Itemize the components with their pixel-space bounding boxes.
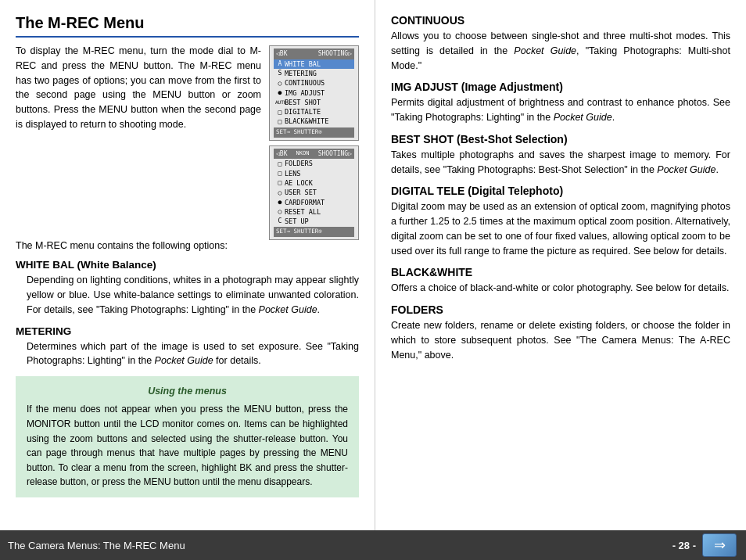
intro-text: To display the M-REC menu, turn the mode… (16, 44, 261, 232)
footer-page: - 28 - (672, 540, 696, 551)
best-shot-title-normal: (Best-Shot Selection) (457, 133, 568, 145)
best-shot-italic: Pocket Guide (657, 164, 716, 175)
section-black-white: BLACK&WHITE Offers a choice of black-and… (391, 266, 730, 296)
folders-title: FOLDERS (391, 303, 730, 316)
menu2-row-resetall: ○ RESET ALL (274, 207, 354, 217)
page-title: The M-REC Menu (16, 14, 359, 38)
metering-title-bold: METERING (16, 325, 71, 337)
menu1-footer: SET→ SHUTTER⊙ (274, 127, 354, 138)
section-folders: FOLDERS Create new folders, rename or de… (391, 303, 730, 362)
digital-tele-body: Digital zoom may be used as an extension… (391, 199, 730, 258)
menu1-icon-sq1: □ (275, 108, 285, 117)
menu2-icon-dot: ● (275, 198, 285, 207)
menu1-row-metering: S METERING (274, 69, 354, 78)
options-intro: The M-REC menu contains the following op… (16, 240, 359, 251)
white-bal-title-normal: (White Balance) (77, 259, 156, 271)
menu2-icon-sq1: □ (275, 160, 285, 169)
menu1-icon-sq2: □ (275, 117, 285, 127)
menu2-icon-c: C (275, 217, 285, 226)
note-box: Using the menus If the menu does not app… (16, 376, 359, 497)
white-bal-title: WHITE BAL (White Balance) (16, 259, 359, 271)
folders-title-bold: FOLDERS (391, 303, 443, 316)
menu1-row-imgadjust: ● IMG ADJUST (274, 88, 354, 98)
continuous-title-bold: CONTINUOUS (391, 14, 464, 27)
white-bal-italic: Pocket Guide (259, 304, 317, 315)
digital-tele-title-bold: DIGITAL TELE (391, 185, 464, 197)
menu1-header: ◁BK SHOOTING▷ (274, 48, 354, 59)
section-metering: METERING Determines which part of the im… (16, 325, 359, 369)
continuous-title: CONTINUOUS (391, 14, 730, 27)
menu1-row-digitaltele: □ DIGITALTE (274, 107, 354, 117)
black-white-title-bold: BLACK&WHITE (391, 266, 472, 278)
menu2-brand: NKON (296, 149, 310, 159)
menu2-row-setup: C SET UP (274, 217, 354, 226)
menu-screenshot-2: ◁BK NKON SHOOTING▷ □ FOLDERS □ LENS (269, 145, 359, 241)
section-img-adjust: IMG ADJUST (Image Adjustment) Permits di… (391, 81, 730, 125)
section-continuous: CONTINUOUS Allows you to choose between … (391, 14, 730, 73)
continuous-italic: Pocket Guide (514, 45, 576, 56)
section-best-shot: BEST SHOT (Best-Shot Selection) Takes mu… (391, 133, 730, 178)
menu1-icon-a: A (275, 59, 285, 69)
best-shot-body: Takes multiple photographs and saves the… (391, 148, 730, 178)
page-container: The M-REC Menu To display the M-REC menu… (0, 0, 746, 560)
menu2-row-lens: □ LENS (274, 169, 354, 178)
menu2-header: ◁BK NKON SHOOTING▷ (274, 149, 354, 160)
img-adjust-italic: Pocket Guide (554, 112, 612, 123)
continuous-body: Allows you to choose between single-shot… (391, 29, 730, 73)
section-digital-tele: DIGITAL TELE (Digital Telephoto) Digital… (391, 185, 730, 258)
menu1-row-shooting: A WHITE BAL (274, 59, 354, 69)
note-title: Using the menus (27, 384, 348, 399)
menu1-row-bw: □ BLACK&WHITE (274, 117, 354, 126)
img-adjust-title-normal: (Image Adjustment) (461, 81, 563, 93)
next-page-button[interactable] (702, 533, 737, 557)
menu1-icon-dot: ● (275, 88, 285, 98)
footer-right: - 28 - (672, 533, 737, 557)
metering-body: Determines which part of the image is us… (27, 339, 359, 369)
footer: The Camera Menus: The M-REC Menu - 28 - (0, 530, 746, 560)
menu2-row-folders: □ FOLDERS (274, 159, 354, 168)
menu2-icon-o2: ○ (275, 207, 285, 217)
white-bal-title-bold: WHITE BAL (16, 259, 74, 271)
section-white-bal: WHITE BAL (White Balance) Depending on l… (16, 259, 359, 317)
menu-screenshot-1: ◁BK SHOOTING▷ A WHITE BAL S METERING ○ (269, 45, 359, 141)
right-column: CONTINUOUS Allows you to choose between … (375, 0, 746, 530)
best-shot-title: BEST SHOT (Best-Shot Selection) (391, 133, 730, 145)
best-shot-title-bold: BEST SHOT (391, 133, 454, 145)
menu2-bk: ◁BK (276, 149, 287, 159)
menu2-row-cardformat: ● CARDFORMAT (274, 198, 354, 207)
footer-label: The Camera Menus: The M-REC Menu (8, 540, 185, 551)
menu2-row-aelock: □ AE LOCK (274, 178, 354, 188)
menu2-icon-sq3: □ (275, 178, 285, 188)
folders-body: Create new folders, rename or delete exi… (391, 318, 730, 362)
metering-title: METERING (16, 325, 359, 337)
img-adjust-title-bold: IMG ADJUST (391, 81, 458, 93)
note-body: If the menu does not appear when you pre… (27, 402, 348, 490)
left-column: The M-REC Menu To display the M-REC menu… (0, 0, 375, 530)
black-white-title: BLACK&WHITE (391, 266, 730, 278)
main-content: The M-REC Menu To display the M-REC menu… (0, 0, 746, 530)
black-white-body: Offers a choice of black-and-white or co… (391, 281, 730, 296)
white-bal-body: Depending on lighting conditions, whites… (27, 273, 359, 317)
digital-tele-title: DIGITAL TELE (Digital Telephoto) (391, 185, 730, 197)
menu-screenshots: ◁BK SHOOTING▷ A WHITE BAL S METERING ○ (269, 45, 359, 240)
digital-tele-title-normal: (Digital Telephoto) (468, 185, 563, 197)
img-adjust-title: IMG ADJUST (Image Adjustment) (391, 81, 730, 93)
menu2-row-userset: ○ USER SET (274, 188, 354, 197)
menu2-icon-o: ○ (275, 188, 285, 198)
img-adjust-body: Permits digital adjustment of brightness… (391, 95, 730, 125)
menu2-footer: SET→ SHUTTER⊙ (274, 227, 354, 237)
menu1-icon-auto: AUTO (275, 99, 285, 106)
metering-italic: Pocket Guide (155, 355, 213, 366)
menu1-icon-o: ○ (275, 79, 285, 88)
menu1-icon-s: S (275, 69, 285, 78)
menu1-bk: ◁BK (276, 49, 287, 59)
menu1-title: SHOOTING▷ (318, 49, 352, 59)
menu1-row-bestshot: AUTO BEST SHOT (274, 98, 354, 107)
menu2-icon-sq2: □ (275, 169, 285, 178)
menu1-row-continuous: ○ CONTINUOUS (274, 78, 354, 88)
menu2-title: SHOOTING▷ (318, 149, 352, 159)
